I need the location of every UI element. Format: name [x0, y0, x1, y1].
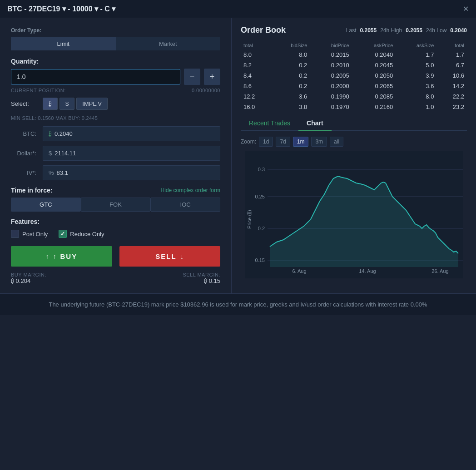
table-row: 12.2 3.6 0.1990 0.2085 8.0 22.2 — [241, 91, 467, 102]
close-button[interactable]: ✕ — [463, 5, 469, 13]
dollar-price-field[interactable]: $ 2114.11 — [43, 146, 220, 161]
svg-text:Price (₿): Price (₿) — [247, 210, 252, 228]
tif-btn-group: GTC FOK IOC — [11, 198, 220, 212]
select-implv[interactable]: IMPL.V — [76, 98, 108, 110]
cell-total1: 8.2 — [241, 60, 271, 70]
cell-bidsize: 0.2 — [271, 60, 310, 70]
cell-bidprice: 0.2015 — [310, 49, 352, 60]
footnote-text: The underlying future (BTC-27DEC19) mark… — [49, 301, 427, 308]
tab-recent-trades[interactable]: Recent Trades — [241, 116, 298, 131]
svg-text:26. Aug: 26. Aug — [431, 268, 448, 274]
tab-chart[interactable]: Chart — [298, 116, 332, 131]
footnote: The underlying future (BTC-27DEC19) mark… — [0, 293, 476, 315]
iv-price-row: IV*: % 83.1 — [11, 165, 220, 180]
sell-button[interactable]: SELL ↓ — [119, 246, 221, 267]
tif-gtc[interactable]: GTC — [11, 198, 81, 212]
svg-text:0.3: 0.3 — [258, 167, 265, 172]
zoom-1m[interactable]: 1m — [293, 137, 309, 147]
current-position-label: CURRENT POSITION: — [11, 88, 66, 93]
cell-bidprice: 0.1970 — [310, 102, 352, 112]
features-section: Features: Post Only ✓ Reduce Only — [11, 218, 220, 238]
low-value: 0.2040 — [450, 27, 467, 34]
high-value: 0.2055 — [406, 27, 422, 34]
quantity-decrement-button[interactable]: − — [184, 69, 200, 85]
table-row: 8.4 0.2 0.2005 0.2050 3.9 10.6 — [241, 70, 467, 81]
iv-label: IV*: — [11, 169, 43, 176]
select-btc[interactable]: ₿ — [43, 98, 58, 110]
buy-button[interactable]: ↑ ↑ BUY — [11, 246, 112, 267]
min-max-row: MIN SELL: 0.1560 MAX BUY: 0.2445 — [11, 115, 220, 121]
left-panel: Order Type: Limit Market Quantity: − + C… — [0, 18, 232, 293]
cell-bidsize: 0.2 — [271, 70, 310, 81]
sell-margin-value: ₿ 0.15 — [183, 277, 220, 284]
cell-total2: 6.7 — [436, 60, 467, 70]
order-type-market[interactable]: Market — [116, 37, 221, 50]
post-only-checkbox[interactable] — [11, 230, 19, 238]
cell-askprice: 0.2050 — [352, 70, 396, 81]
hide-complex-link[interactable]: Hide complex order form — [161, 187, 220, 193]
select-label: Select: — [11, 100, 38, 107]
zoom-row: Zoom: 1d 7d 1m 3m all — [241, 137, 467, 147]
dollar-value: 2114.11 — [55, 150, 76, 157]
cell-total1: 8.4 — [241, 70, 271, 81]
last-value: 0.2055 — [360, 27, 377, 34]
right-panel: Order Book Last 0.2055 24h High 0.2055 2… — [232, 18, 476, 293]
cell-askprice: 0.2065 — [352, 81, 396, 91]
sell-margin-label: SELL MARGIN: — [183, 272, 220, 277]
cell-bidprice: 0.2010 — [310, 60, 352, 70]
high-label: 24h High — [380, 27, 402, 34]
iv-value: 83.1 — [57, 169, 68, 176]
select-btn-group: ₿ $ IMPL.V — [43, 98, 108, 110]
btc-value: 0.2040 — [55, 130, 73, 137]
low-label: 24h Low — [426, 27, 446, 34]
cell-bidsize: 8.0 — [271, 49, 310, 60]
col-header-bidprice: bidPrice — [310, 41, 352, 49]
cell-bidprice: 0.2005 — [310, 70, 352, 81]
select-usd[interactable]: $ — [60, 98, 74, 110]
iv-price-field[interactable]: % 83.1 — [43, 165, 220, 180]
cell-total1: 16.0 — [241, 102, 271, 112]
dollar-label: Dollar*: — [11, 150, 43, 157]
buy-label: ↑ BUY — [53, 252, 77, 260]
tif-ioc[interactable]: IOC — [150, 198, 220, 212]
table-row: 16.0 3.8 0.1970 0.2160 1.0 23.2 — [241, 102, 467, 112]
tif-header-row: Time in force: Hide complex order form — [11, 187, 220, 194]
cell-total2: 1.7 — [436, 49, 467, 60]
buy-arrow-icon: ↑ — [45, 252, 50, 260]
last-label: Last — [346, 27, 357, 34]
col-header-asksize: askSize — [396, 41, 436, 49]
cell-total1: 8.0 — [241, 49, 271, 60]
cell-total2: 23.2 — [436, 102, 467, 112]
features-row: Post Only ✓ Reduce Only — [11, 230, 220, 238]
btc-icon: ₿ — [49, 130, 52, 137]
quantity-input[interactable] — [11, 69, 180, 84]
zoom-all[interactable]: all — [330, 137, 343, 147]
cell-askprice: 0.2085 — [352, 91, 396, 102]
sell-margin-group: SELL MARGIN: ₿ 0.15 — [183, 272, 220, 284]
cell-askprice: 0.2045 — [352, 60, 396, 70]
col-header-total1: total — [241, 41, 271, 49]
tabs-row: Recent Trades Chart — [241, 116, 467, 131]
buy-margin-label: BUY MARGIN: — [11, 272, 46, 277]
margin-row: BUY MARGIN: ₿ 0.204 SELL MARGIN: ₿ 0.15 — [11, 272, 220, 284]
zoom-3m[interactable]: 3m — [311, 137, 327, 147]
zoom-7d[interactable]: 7d — [276, 137, 290, 147]
reduce-only-checkbox[interactable]: ✓ — [59, 230, 67, 238]
feature-post-only: Post Only — [11, 230, 48, 238]
percent-icon: % — [49, 169, 54, 176]
zoom-1d[interactable]: 1d — [259, 137, 273, 147]
cell-total1: 12.2 — [241, 91, 271, 102]
cell-bidprice: 0.1990 — [310, 91, 352, 102]
reduce-only-label: Reduce Only — [70, 231, 104, 237]
cell-asksize: 8.0 — [396, 91, 436, 102]
order-type-limit[interactable]: Limit — [11, 37, 116, 50]
tif-fok[interactable]: FOK — [81, 198, 151, 212]
sell-label: SELL — [155, 252, 176, 260]
window-title: BTC - 27DEC19 ▾ - 10000 ▾ - C ▾ — [7, 5, 115, 13]
quantity-increment-button[interactable]: + — [204, 69, 220, 85]
cell-total1: 8.6 — [241, 81, 271, 91]
cell-total2: 14.2 — [436, 81, 467, 91]
btc-price-field[interactable]: ₿ 0.2040 — [43, 126, 220, 141]
quantity-label: Quantity: — [11, 58, 220, 65]
sell-arrow-icon: ↓ — [180, 252, 184, 260]
